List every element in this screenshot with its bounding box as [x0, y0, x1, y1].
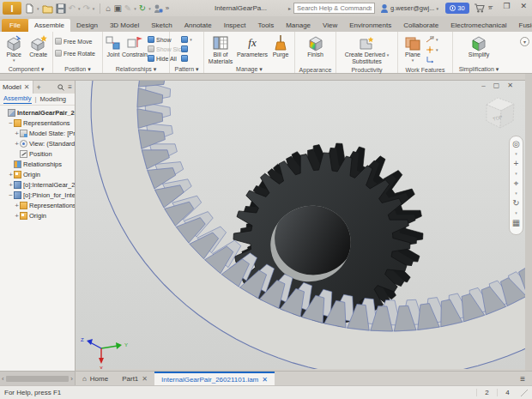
tree-item-origin[interactable]: +Origin [0, 169, 75, 179]
ribbon-tab-inspect[interactable]: Inspect [218, 19, 252, 32]
tab-modeling[interactable]: Modeling [40, 95, 66, 103]
create-button[interactable]: Create [27, 33, 51, 58]
tree-item-position[interactable]: Position [0, 148, 75, 159]
document-tab-internalgearpair-26021101-iam[interactable]: InternalGearPair_26021101.iam✕ [154, 372, 275, 385]
finish-button[interactable]: Finish [301, 33, 330, 58]
purge-button[interactable]: Purge [269, 33, 292, 58]
viewport-3d[interactable]: TOPYXZ – ▢ ✕ ◎▾+▾⌖▾↻▾▦ [76, 80, 525, 369]
nav-flyout-caret-icon[interactable]: ▾ [515, 191, 517, 195]
point-button[interactable]: ▾ [426, 45, 438, 54]
tree-item-view-standard[interactable]: +View: (Standard) [0, 138, 75, 148]
undo-icon[interactable]: ↶ [69, 4, 76, 13]
group-label-pattern[interactable]: Pattern ▾ [170, 66, 203, 73]
close-button[interactable]: ✕ [520, 2, 527, 10]
sketch-caret-icon[interactable]: ▾ [134, 6, 136, 11]
ribbon-tab-electromechanical[interactable]: Electromechanical [444, 19, 512, 32]
doc-restore-button[interactable]: ▢ [493, 82, 500, 89]
doc-minimize-button[interactable]: – [481, 82, 485, 89]
document-tab-part1[interactable]: Part1✕ [115, 372, 154, 385]
tree-expander-icon[interactable]: + [14, 130, 20, 137]
material-sync-icon[interactable] [154, 3, 163, 14]
doc-close-button[interactable]: ✕ [507, 82, 513, 89]
inventor-logo-icon[interactable]: I [3, 2, 21, 15]
nav-flyout-caret-icon[interactable]: ▾ [515, 152, 517, 155]
browser-search-icon[interactable] [57, 84, 64, 91]
more-commands-chevron-icon[interactable]: » [166, 4, 169, 13]
group-label-component[interactable]: Component ▾ [0, 66, 52, 73]
update-caret-icon[interactable]: ▾ [148, 6, 151, 11]
search-collapse-icon[interactable]: ▸ [288, 5, 291, 11]
ribbon-collapse-button[interactable]: ▾ [520, 37, 529, 46]
copy-button[interactable] [181, 54, 192, 63]
tree-expander-icon[interactable]: − [8, 119, 14, 127]
tree-expander-icon[interactable]: + [14, 202, 20, 209]
add-browser-tab-button[interactable]: + [33, 83, 45, 92]
parameters-button[interactable]: fx Parameters [235, 33, 269, 58]
tree-item-o-internalgear-2602[interactable]: +[o]:InternalGear_2602 [0, 179, 75, 190]
home-icon[interactable]: ⌂ [106, 4, 111, 13]
save-icon[interactable] [56, 3, 66, 14]
ribbon-tab-view[interactable]: View [317, 19, 343, 32]
navigation-wheel-icon[interactable]: ◎ [512, 139, 520, 148]
create-derived-substitutes-button[interactable]: Create Derived ▾ Substitutes [340, 33, 395, 65]
group-label-work-features[interactable]: Work Features [398, 67, 452, 73]
axis-button[interactable]: ▾ [426, 35, 438, 44]
update-icon[interactable]: ↻ [139, 4, 146, 13]
sketch-icon[interactable]: ✎ [124, 4, 131, 13]
simplify-button[interactable]: Simplify [464, 33, 493, 58]
look-at-icon[interactable]: ▦ [512, 218, 520, 227]
scroll-right-icon[interactable]: › [70, 375, 73, 383]
help-search-input[interactable] [293, 3, 375, 14]
redo-icon[interactable]: ↷ [82, 4, 89, 13]
tab-list-menu-icon[interactable]: ≡ [513, 372, 532, 385]
tab-assembly[interactable]: Assembly [3, 94, 32, 104]
tab-close-icon[interactable]: ✕ [262, 376, 268, 384]
pattern-button[interactable]: ▾ [181, 35, 192, 44]
ribbon-tab-file[interactable]: File [2, 19, 28, 32]
group-label-simplification[interactable]: Simplification ▾ [453, 66, 505, 73]
tree-item-internalgearpair-2602[interactable]: InternalGearPair_2602 [0, 107, 75, 118]
switch-windows-icon[interactable]: ▣ [113, 4, 121, 13]
redo-caret-icon[interactable]: ▾ [93, 6, 95, 11]
cart-icon[interactable] [474, 3, 485, 13]
ribbon-tab-manage[interactable]: Manage [280, 19, 317, 32]
constrain-button[interactable]: Constrain [122, 33, 148, 58]
new-file-icon[interactable] [25, 3, 34, 14]
group-label-position[interactable]: Position ▾ [53, 66, 102, 73]
ribbon-tab-collaborate[interactable]: Collaborate [397, 19, 444, 32]
tree-item-origin[interactable]: +Origin [0, 210, 75, 221]
license-timer-badge[interactable]: 30 [445, 3, 469, 14]
tree-item-relationships[interactable]: Relationships [0, 159, 75, 169]
plane-button[interactable]: Plane▾ [400, 33, 426, 63]
tree-expander-icon[interactable]: + [14, 140, 20, 148]
browser-tab-model[interactable]: Model✕ [0, 81, 33, 94]
tree-expander-icon[interactable]: − [8, 191, 14, 199]
tree-item-model-state-prim[interactable]: +Model State: [Prim [0, 128, 75, 138]
new-file-caret-icon[interactable]: ▾ [37, 6, 39, 11]
place-button[interactable]: Place▾ [2, 33, 27, 63]
orbit-icon[interactable]: ↻ [512, 198, 519, 208]
ribbon-tab-sketch[interactable]: Sketch [145, 19, 178, 32]
browser-tab-close-icon[interactable]: ✕ [24, 83, 30, 91]
ribbon-tab-3d-model[interactable]: 3D Model [104, 19, 145, 32]
ucs-button[interactable] [426, 56, 438, 64]
tree-expander-icon[interactable]: + [14, 212, 20, 220]
account-menu[interactable]: g.weser@gwj... ▾ [380, 3, 438, 13]
joint-button[interactable]: Joint [105, 33, 122, 58]
maximize-button[interactable]: ❐ [503, 2, 510, 10]
undo-caret-icon[interactable]: ▾ [78, 6, 81, 11]
group-label-relationships[interactable]: Relationships ▾ [103, 66, 169, 73]
nav-flyout-caret-icon[interactable]: ▾ [515, 211, 517, 215]
zoom-icon[interactable]: ⌖ [514, 178, 519, 188]
tree-expander-icon[interactable]: + [8, 171, 14, 178]
open-icon[interactable] [42, 3, 53, 14]
ribbon-tab-tools[interactable]: Tools [251, 19, 280, 32]
resize-grip[interactable] [521, 390, 528, 396]
ribbon-tab-annotate[interactable]: Annotate [178, 19, 218, 32]
browser-menu-icon[interactable]: ≡ [68, 83, 72, 91]
tree-item-representations[interactable]: +Representations [0, 200, 75, 210]
free-move-button[interactable]: Free Move [55, 37, 95, 45]
ribbon-tab-environments[interactable]: Environments [343, 19, 397, 32]
pan-icon[interactable]: + [514, 159, 519, 168]
minimize-button[interactable]: – [488, 2, 493, 10]
